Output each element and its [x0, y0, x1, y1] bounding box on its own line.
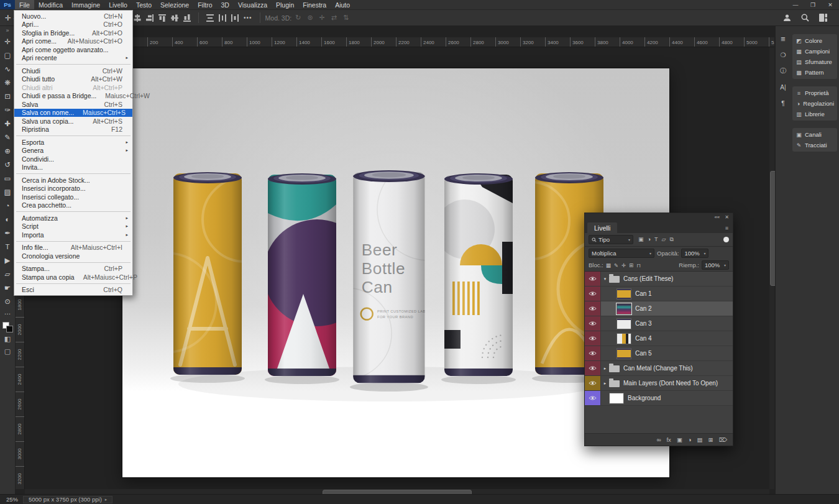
layer-effects-icon[interactable]: fx	[666, 436, 671, 443]
menu-item[interactable]: Esporta ▸	[14, 138, 132, 147]
layer-row[interactable]: ▸ Can Metal (Change This)	[585, 361, 733, 376]
menu-item[interactable]: Esci Ctrl+Q	[14, 286, 132, 295]
menu-item[interactable]: Stampa una copia Alt+Maiusc+Ctrl+P	[14, 273, 132, 282]
roll-3d-icon[interactable]: ⊛	[307, 14, 313, 22]
search-icon[interactable]	[800, 13, 810, 22]
eyedropper-tool[interactable]: ✑	[0, 103, 16, 117]
gradients-panel[interactable]: ▤Sfumature	[792, 57, 837, 67]
group-twisty[interactable]: ▸	[601, 366, 609, 371]
menubar-item[interactable]: Immagine	[67, 0, 104, 9]
layer-thumbnail[interactable]	[609, 393, 624, 404]
align-top-icon[interactable]	[156, 13, 168, 23]
marquee-tool[interactable]: ▢	[0, 48, 16, 62]
visibility-toggle[interactable]	[585, 376, 601, 390]
menu-item[interactable]	[16, 173, 131, 174]
panel-menu-icon[interactable]: ≡	[721, 225, 733, 233]
menu-item[interactable]: Chiudi tutto Alt+Ctrl+W	[14, 75, 132, 84]
filter-shape-icon[interactable]: ▱	[661, 236, 666, 243]
properties-panel[interactable]: ≡Proprietà	[792, 88, 837, 98]
layer-thumbnail[interactable]	[617, 333, 631, 344]
layer-thumbnail[interactable]	[609, 380, 620, 387]
character-panel-icon[interactable]: A|	[776, 81, 790, 93]
menubar-item[interactable]: Livello	[104, 0, 132, 9]
layer-row[interactable]: Background	[585, 391, 733, 406]
visibility-toggle[interactable]	[585, 361, 601, 375]
clone-stamp-tool[interactable]: ⊕	[0, 144, 16, 158]
menu-item[interactable]: Apri recente ▸	[14, 54, 132, 63]
swatches-panel[interactable]: ▦Campioni	[792, 46, 837, 57]
filter-toggle[interactable]	[723, 237, 729, 242]
visibility-toggle[interactable]	[585, 331, 601, 346]
menubar-item[interactable]: Plugin	[272, 0, 298, 9]
patterns-panel[interactable]: ▩Pattern	[792, 67, 837, 78]
menu-item[interactable]	[16, 241, 131, 242]
distribute-spacing-icon[interactable]	[229, 13, 241, 23]
layer-name[interactable]: Background	[628, 395, 661, 401]
align-right-icon[interactable]	[144, 13, 156, 23]
vertical-scrollbar[interactable]	[769, 47, 774, 489]
zoom-level-field[interactable]: 25%	[6, 496, 18, 503]
filter-adjustment-icon[interactable]: ◑	[648, 236, 651, 243]
align-bottom-icon[interactable]	[181, 13, 193, 23]
horizontal-scrollbar[interactable]	[25, 489, 769, 494]
layer-row[interactable]: Can 1	[585, 286, 733, 301]
layer-name[interactable]: Can 3	[635, 320, 652, 327]
healing-brush-tool[interactable]: ✚	[0, 117, 16, 131]
menu-item[interactable]: Chiudi altri Alt+Ctrl+P	[14, 83, 132, 92]
menubar-item[interactable]: Modifica	[34, 0, 67, 9]
gradient-tool[interactable]: ▨	[0, 185, 16, 199]
align-center-h-icon[interactable]	[131, 13, 144, 23]
filter-type-icon[interactable]: T	[654, 236, 658, 243]
minimize-button[interactable]: —	[787, 0, 804, 9]
pen-tool[interactable]: ✒	[0, 226, 16, 240]
menu-item[interactable]	[16, 64, 131, 65]
delete-layer-icon[interactable]: ⌦	[719, 436, 727, 443]
menu-item[interactable]: Invita...	[14, 163, 132, 172]
lock-position-icon[interactable]: ✛	[621, 262, 626, 268]
blur-tool[interactable]: ◔	[0, 199, 16, 213]
new-layer-icon[interactable]: ⊞	[708, 436, 713, 443]
document-info[interactable]: 5000 px x 3750 px (300 ppi) ▸	[23, 496, 112, 503]
lock-pixels-icon[interactable]: ✎	[614, 262, 618, 268]
background-color[interactable]	[6, 326, 13, 332]
close-panel-icon[interactable]: ✕	[725, 214, 729, 220]
menu-item[interactable]: Apri come... Alt+Maiusc+Ctrl+O	[14, 37, 132, 46]
orbit-3d-icon[interactable]: ↻	[295, 14, 301, 22]
distribute-horizontal-icon[interactable]	[216, 13, 229, 23]
align-middle-icon[interactable]	[168, 13, 181, 23]
paragraph-panel-icon[interactable]: ¶	[776, 97, 790, 109]
paths-panel[interactable]: ✎Tracciati	[792, 140, 837, 150]
menu-item[interactable]: Cronologia versione	[14, 252, 132, 260]
link-layers-icon[interactable]: ∞	[657, 436, 661, 443]
menu-item[interactable]	[16, 135, 131, 136]
move-tool[interactable]: ✛	[0, 35, 16, 48]
pan-3d-icon[interactable]: ✛	[319, 14, 325, 22]
menu-item[interactable]	[16, 262, 131, 263]
layer-thumbnail[interactable]	[617, 348, 631, 359]
hand-tool[interactable]: ☛	[0, 281, 16, 295]
toolbar-expand-icon[interactable]: »	[6, 26, 9, 35]
visibility-toggle[interactable]	[585, 391, 601, 405]
history-panel-icon[interactable]: ≣	[776, 32, 790, 45]
lock-artboard-icon[interactable]: ⊞	[629, 262, 633, 268]
filter-type-select[interactable]: Tipo ▾	[589, 235, 633, 244]
menu-item[interactable]: Apri come oggetto avanzato...	[14, 45, 132, 54]
layer-thumbnail[interactable]	[609, 276, 620, 283]
adjustments-panel[interactable]: ◑Regolazioni	[792, 98, 837, 109]
visibility-toggle[interactable]	[585, 272, 601, 286]
menu-item[interactable]	[16, 211, 131, 212]
screen-mode-icon[interactable]: ▢	[4, 345, 11, 357]
menu-item[interactable]: Cerca in Adobe Stock...	[14, 176, 132, 185]
menubar-item[interactable]: Visualizza	[234, 0, 272, 9]
menu-item[interactable]: Ripristina F12	[14, 126, 132, 134]
menu-item[interactable]: Inserisci incorporato...	[14, 185, 132, 193]
blend-mode-select[interactable]: Moltiplica ▾	[589, 249, 654, 258]
menu-item[interactable]: Salva una copia... Alt+Ctrl+S	[14, 117, 132, 126]
tab-livelli[interactable]: Livelli	[587, 222, 617, 233]
layer-thumbnail[interactable]	[617, 288, 631, 300]
menu-item[interactable]: Genera ▸	[14, 147, 132, 155]
visibility-toggle[interactable]	[585, 346, 601, 360]
menu-item[interactable]: Chiudi e passa a Bridge... Maiusc+Ctrl+W	[14, 92, 132, 101]
menu-item[interactable]: Nuovo... Ctrl+N	[14, 12, 132, 21]
fill-select[interactable]: 100% ▾	[702, 260, 729, 270]
